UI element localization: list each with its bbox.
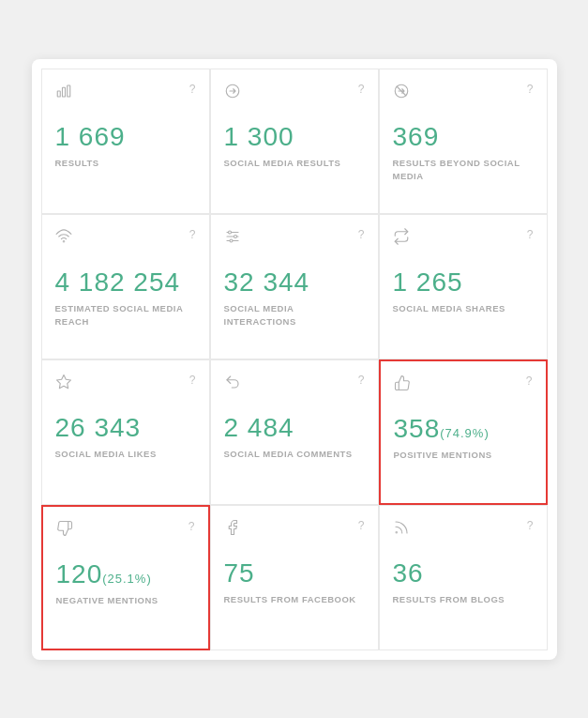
help-icon-results-beyond-social[interactable]: ? bbox=[527, 83, 534, 96]
cell-value-social-shares: 1 265 bbox=[393, 268, 463, 298]
svg-point-10 bbox=[228, 231, 231, 234]
svg-rect-0 bbox=[57, 91, 60, 97]
cell-value-negative-mentions: 120(25.1%) bbox=[56, 560, 152, 589]
cell-label-results-beyond-social: RESULTS BEYOND SOCIAL MEDIA bbox=[393, 157, 535, 182]
stat-cell-estimated-reach: ? 4 182 254 ESTIMATED SOCIAL MEDIA REACH bbox=[41, 214, 210, 359]
cell-label-results-facebook: RESULTS FROM FACEBOOK bbox=[224, 593, 356, 605]
help-icon-positive-mentions[interactable]: ? bbox=[526, 374, 533, 388]
cell-value-results-beyond-social: 369 bbox=[393, 123, 440, 152]
cell-value-results-blogs: 36 bbox=[393, 559, 424, 588]
help-icon-social-comments[interactable]: ? bbox=[358, 374, 365, 387]
help-icon-social-media-results[interactable]: ? bbox=[358, 83, 365, 96]
help-icon-results-blogs[interactable]: ? bbox=[527, 519, 534, 532]
svg-point-6 bbox=[63, 240, 65, 242]
help-icon-negative-mentions[interactable]: ? bbox=[188, 520, 195, 533]
help-icon-estimated-reach[interactable]: ? bbox=[189, 228, 196, 241]
help-icon-social-interactions[interactable]: ? bbox=[358, 228, 365, 241]
reply-icon bbox=[224, 374, 241, 393]
star-icon bbox=[55, 374, 72, 393]
sliders-icon bbox=[224, 228, 241, 248]
stat-cell-social-interactions: ? 32 344 SOCIAL MEDIA INTERACTIONS bbox=[210, 214, 379, 359]
help-icon-results-facebook[interactable]: ? bbox=[358, 519, 365, 532]
cell-label-social-interactions: SOCIAL MEDIA INTERACTIONS bbox=[224, 302, 367, 328]
help-icon-social-likes[interactable]: ? bbox=[189, 374, 196, 387]
cell-label-social-shares: SOCIAL MEDIA SHARES bbox=[393, 302, 505, 314]
stats-grid: ? 1 669 RESULTS ? 1 300 SOCIAL MEDIA RES… bbox=[41, 69, 548, 650]
svg-line-5 bbox=[396, 85, 406, 96]
cell-label-estimated-reach: ESTIMATED SOCIAL MEDIA REACH bbox=[55, 302, 198, 328]
thumbs-down-icon bbox=[56, 520, 73, 540]
svg-point-12 bbox=[230, 239, 233, 242]
stat-cell-results-facebook: ? 75 RESULTS FROM FACEBOOK bbox=[210, 505, 379, 650]
cell-value-social-comments: 2 484 bbox=[224, 414, 294, 443]
svg-rect-2 bbox=[67, 85, 69, 97]
cell-value-positive-mentions: 358(74.9%) bbox=[394, 415, 490, 444]
facebook-icon bbox=[224, 519, 241, 539]
svg-rect-1 bbox=[62, 87, 65, 97]
arrow-in-icon bbox=[224, 83, 241, 102]
cell-label-results-blogs: RESULTS FROM BLOGS bbox=[393, 593, 505, 605]
cell-value-social-likes: 26 343 bbox=[55, 414, 142, 443]
cell-label-social-likes: SOCIAL MEDIA LIKES bbox=[55, 448, 157, 460]
svg-point-11 bbox=[234, 235, 236, 237]
stat-cell-social-media-results: ? 1 300 SOCIAL MEDIA RESULTS bbox=[210, 69, 379, 214]
rss-icon bbox=[393, 519, 410, 539]
wifi-icon bbox=[55, 228, 72, 248]
cell-label-results: RESULTS bbox=[55, 157, 99, 169]
stat-cell-results-blogs: ? 36 RESULTS FROM BLOGS bbox=[379, 505, 548, 650]
cell-value-estimated-reach: 4 182 254 bbox=[55, 268, 181, 298]
stat-cell-negative-mentions: ? 120(25.1%) NEGATIVE MENTIONS bbox=[41, 505, 210, 650]
cell-label-social-comments: SOCIAL MEDIA COMMENTS bbox=[224, 448, 353, 460]
retweet-icon bbox=[393, 228, 410, 248]
stat-cell-results-beyond-social: ? 369 RESULTS BEYOND SOCIAL MEDIA bbox=[379, 69, 548, 214]
stat-cell-positive-mentions: ? 358(74.9%) POSITIVE MENTIONS bbox=[379, 359, 548, 505]
stats-card: ? 1 669 RESULTS ? 1 300 SOCIAL MEDIA RES… bbox=[32, 59, 557, 660]
cell-percent-positive-mentions: (74.9%) bbox=[440, 426, 490, 440]
stat-cell-results: ? 1 669 RESULTS bbox=[41, 69, 210, 214]
help-icon-social-shares[interactable]: ? bbox=[527, 228, 534, 241]
cell-value-social-media-results: 1 300 bbox=[224, 123, 294, 152]
svg-point-14 bbox=[396, 531, 398, 533]
cell-label-positive-mentions: POSITIVE MENTIONS bbox=[394, 449, 492, 461]
cell-label-negative-mentions: NEGATIVE MENTIONS bbox=[56, 594, 158, 606]
cell-value-results: 1 669 bbox=[55, 123, 126, 152]
stat-cell-social-shares: ? 1 265 SOCIAL MEDIA SHARES bbox=[379, 214, 548, 359]
cell-value-social-interactions: 32 344 bbox=[224, 268, 310, 298]
cell-percent-negative-mentions: (25.1%) bbox=[102, 572, 152, 586]
stat-cell-social-comments: ? 2 484 SOCIAL MEDIA COMMENTS bbox=[210, 359, 379, 505]
stat-cell-social-likes: ? 26 343 SOCIAL MEDIA LIKES bbox=[41, 359, 210, 505]
arrow-out-icon bbox=[393, 83, 410, 102]
cell-value-results-facebook: 75 bbox=[224, 559, 255, 588]
cell-label-social-media-results: SOCIAL MEDIA RESULTS bbox=[224, 157, 341, 169]
svg-marker-13 bbox=[56, 374, 70, 388]
bar-chart-icon bbox=[55, 83, 72, 102]
thumbs-up-icon bbox=[394, 374, 411, 394]
help-icon-results[interactable]: ? bbox=[189, 83, 196, 96]
